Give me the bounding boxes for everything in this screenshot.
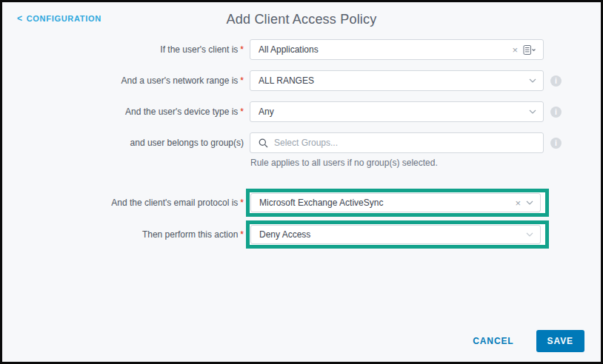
network-range-select[interactable]: ALL RANGES (250, 70, 544, 91)
email-protocol-combobox[interactable]: Microsoft Exchange ActiveSync × (250, 193, 541, 212)
client-value: All Applications (259, 44, 512, 55)
breadcrumb-label: CONFIGURATION (27, 14, 101, 23)
form-row-device-type: And the user's device type is* Any i (15, 101, 601, 122)
form-row-groups: and user belongs to group(s) i (15, 132, 601, 153)
chevron-left-icon: < (17, 13, 23, 24)
footer-actions: CANCEL SAVE (468, 330, 584, 352)
action-label: Then perform this action* (15, 229, 250, 240)
info-icon[interactable]: i (550, 107, 562, 118)
form-row-email-protocol: And the client's email protocol is* Micr… (15, 189, 601, 217)
device-type-select[interactable]: Any (250, 101, 544, 122)
clear-icon[interactable]: × (515, 198, 521, 208)
groups-note-row: Rule applies to all users if no group(s)… (15, 158, 601, 168)
required-asterisk: * (240, 44, 244, 55)
network-range-label: And a user's network range is* (15, 75, 250, 86)
info-icon[interactable]: i (550, 75, 562, 87)
client-label: If the user's client is* (15, 44, 250, 55)
form-row-action: Then perform this action* Deny Access (15, 220, 601, 249)
save-button[interactable]: SAVE (536, 330, 584, 352)
action-highlight: Deny Access (246, 220, 549, 249)
groups-note: Rule applies to all users if no group(s)… (250, 158, 438, 168)
email-protocol-highlight: Microsoft Exchange ActiveSync × (246, 189, 549, 217)
required-asterisk: * (240, 198, 244, 208)
list-picker-icon[interactable] (523, 45, 536, 55)
network-range-value: ALL RANGES (259, 75, 529, 86)
email-protocol-value: Microsoft Exchange ActiveSync (259, 198, 515, 208)
breadcrumb-configuration-link[interactable]: < CONFIGURATION (17, 13, 101, 24)
required-asterisk: * (240, 107, 244, 117)
clear-icon[interactable]: × (512, 45, 518, 55)
action-value: Deny Access (259, 229, 526, 240)
chevron-down-icon (529, 109, 536, 114)
email-protocol-label: And the client's email protocol is* (15, 198, 250, 208)
required-asterisk: * (240, 75, 244, 86)
cancel-button[interactable]: CANCEL (468, 335, 518, 347)
groups-search-box[interactable] (250, 132, 544, 153)
chevron-down-icon (526, 200, 533, 205)
device-type-value: Any (259, 107, 529, 117)
device-type-label: And the user's device type is* (15, 107, 250, 117)
policy-form: If the user's client is* All Application… (2, 27, 601, 249)
action-select[interactable]: Deny Access (250, 225, 541, 244)
info-icon[interactable]: i (550, 138, 562, 149)
chevron-down-icon (526, 232, 533, 237)
groups-label: and user belongs to group(s) (15, 138, 250, 148)
groups-search-input[interactable] (273, 137, 536, 149)
client-combobox[interactable]: All Applications × (250, 39, 544, 60)
chevron-down-icon (529, 78, 536, 83)
required-asterisk: * (240, 229, 244, 240)
add-client-access-policy-page: < CONFIGURATION Add Client Access Policy… (0, 0, 603, 364)
search-icon (259, 138, 268, 148)
form-row-client: If the user's client is* All Application… (15, 39, 601, 60)
form-row-network-range: And a user's network range is* ALL RANGE… (15, 70, 601, 91)
